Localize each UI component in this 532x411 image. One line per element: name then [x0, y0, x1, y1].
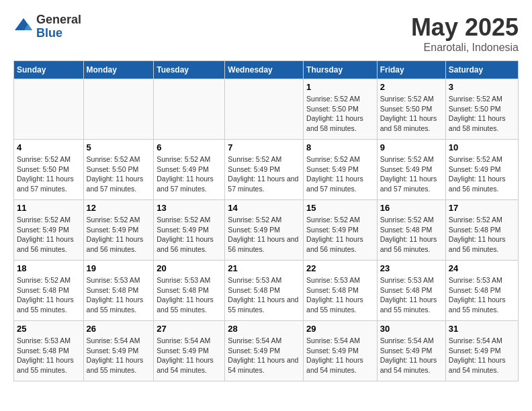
day-cell: 14Sunrise: 5:52 AM Sunset: 5:49 PM Dayli… [225, 200, 304, 261]
day-cell: 15Sunrise: 5:52 AM Sunset: 5:49 PM Dayli… [304, 200, 378, 261]
column-header-monday: Monday [83, 61, 154, 79]
day-number: 15 [306, 203, 374, 213]
day-number: 21 [228, 263, 300, 273]
day-info: Sunrise: 5:52 AM Sunset: 5:48 PM Dayligh… [380, 215, 443, 255]
day-info: Sunrise: 5:52 AM Sunset: 5:48 PM Dayligh… [17, 275, 81, 315]
day-info: Sunrise: 5:53 AM Sunset: 5:48 PM Dayligh… [157, 275, 222, 315]
day-number: 19 [87, 263, 151, 273]
day-cell: 24Sunrise: 5:53 AM Sunset: 5:48 PM Dayli… [445, 261, 518, 321]
day-info: Sunrise: 5:53 AM Sunset: 5:48 PM Dayligh… [87, 275, 151, 315]
day-info: Sunrise: 5:54 AM Sunset: 5:49 PM Dayligh… [306, 336, 374, 375]
day-number: 1 [306, 82, 374, 92]
day-cell: 26Sunrise: 5:54 AM Sunset: 5:49 PM Dayli… [83, 321, 154, 381]
day-number: 12 [87, 203, 151, 213]
day-info: Sunrise: 5:54 AM Sunset: 5:49 PM Dayligh… [87, 336, 151, 375]
day-info: Sunrise: 5:52 AM Sunset: 5:49 PM Dayligh… [87, 215, 151, 255]
day-number: 25 [17, 324, 81, 334]
day-cell: 10Sunrise: 5:52 AM Sunset: 5:49 PM Dayli… [445, 140, 518, 200]
week-row-1: 1Sunrise: 5:52 AM Sunset: 5:50 PM Daylig… [14, 79, 519, 140]
day-cell [154, 79, 225, 140]
day-info: Sunrise: 5:53 AM Sunset: 5:48 PM Dayligh… [306, 275, 374, 315]
day-number: 16 [380, 203, 443, 213]
day-info: Sunrise: 5:52 AM Sunset: 5:49 PM Dayligh… [157, 215, 222, 255]
day-cell [14, 79, 84, 140]
calendar-table: SundayMondayTuesdayWednesdayThursdayFrid… [13, 60, 519, 381]
day-info: Sunrise: 5:54 AM Sunset: 5:49 PM Dayligh… [228, 336, 300, 375]
day-cell [83, 79, 154, 140]
day-number: 14 [228, 203, 300, 213]
day-cell: 16Sunrise: 5:52 AM Sunset: 5:48 PM Dayli… [377, 200, 445, 261]
day-info: Sunrise: 5:52 AM Sunset: 5:49 PM Dayligh… [228, 154, 300, 194]
day-cell: 19Sunrise: 5:53 AM Sunset: 5:48 PM Dayli… [83, 261, 154, 321]
day-cell: 7Sunrise: 5:52 AM Sunset: 5:49 PM Daylig… [225, 140, 304, 200]
day-cell: 20Sunrise: 5:53 AM Sunset: 5:48 PM Dayli… [154, 261, 225, 321]
day-number: 4 [17, 142, 81, 152]
day-cell: 29Sunrise: 5:54 AM Sunset: 5:49 PM Dayli… [304, 321, 378, 381]
day-number: 9 [380, 142, 443, 152]
day-cell: 2Sunrise: 5:52 AM Sunset: 5:50 PM Daylig… [377, 79, 445, 140]
day-number: 22 [306, 263, 374, 273]
week-row-5: 25Sunrise: 5:53 AM Sunset: 5:48 PM Dayli… [14, 321, 519, 381]
day-cell: 8Sunrise: 5:52 AM Sunset: 5:49 PM Daylig… [304, 140, 378, 200]
day-info: Sunrise: 5:52 AM Sunset: 5:50 PM Dayligh… [380, 94, 443, 134]
day-number: 23 [380, 263, 443, 273]
day-info: Sunrise: 5:53 AM Sunset: 5:48 PM Dayligh… [380, 275, 443, 315]
day-info: Sunrise: 5:52 AM Sunset: 5:49 PM Dayligh… [306, 154, 374, 194]
day-number: 7 [228, 142, 300, 152]
day-info: Sunrise: 5:53 AM Sunset: 5:48 PM Dayligh… [449, 275, 515, 315]
day-number: 5 [87, 142, 151, 152]
subtitle: Enarotali, Indonesia [411, 42, 519, 54]
day-number: 27 [157, 324, 222, 334]
day-cell: 6Sunrise: 5:52 AM Sunset: 5:49 PM Daylig… [154, 140, 225, 200]
day-number: 17 [449, 203, 515, 213]
day-cell: 12Sunrise: 5:52 AM Sunset: 5:49 PM Dayli… [83, 200, 154, 261]
day-info: Sunrise: 5:53 AM Sunset: 5:48 PM Dayligh… [228, 275, 300, 315]
column-header-tuesday: Tuesday [154, 61, 225, 79]
day-number: 20 [157, 263, 222, 273]
logo-text: General Blue [36, 13, 81, 40]
day-number: 2 [380, 82, 443, 92]
logo: General Blue [13, 13, 81, 40]
day-cell: 3Sunrise: 5:52 AM Sunset: 5:50 PM Daylig… [445, 79, 518, 140]
day-number: 29 [306, 324, 374, 334]
logo-blue: Blue [36, 27, 81, 40]
day-info: Sunrise: 5:52 AM Sunset: 5:49 PM Dayligh… [228, 215, 300, 255]
day-number: 8 [306, 142, 374, 152]
day-info: Sunrise: 5:52 AM Sunset: 5:50 PM Dayligh… [449, 94, 515, 134]
column-header-saturday: Saturday [445, 61, 518, 79]
day-info: Sunrise: 5:54 AM Sunset: 5:49 PM Dayligh… [449, 336, 515, 375]
day-info: Sunrise: 5:52 AM Sunset: 5:49 PM Dayligh… [380, 154, 443, 194]
day-info: Sunrise: 5:52 AM Sunset: 5:49 PM Dayligh… [449, 154, 515, 194]
day-number: 13 [157, 203, 222, 213]
week-row-2: 4Sunrise: 5:52 AM Sunset: 5:50 PM Daylig… [14, 140, 519, 200]
logo-general: General [36, 13, 81, 27]
column-header-friday: Friday [377, 61, 445, 79]
main-title: May 2025 [411, 13, 519, 42]
header-row: SundayMondayTuesdayWednesdayThursdayFrid… [14, 61, 519, 79]
day-cell: 4Sunrise: 5:52 AM Sunset: 5:50 PM Daylig… [14, 140, 84, 200]
day-info: Sunrise: 5:52 AM Sunset: 5:50 PM Dayligh… [17, 154, 81, 194]
calendar-header: SundayMondayTuesdayWednesdayThursdayFrid… [14, 61, 519, 79]
day-cell: 11Sunrise: 5:52 AM Sunset: 5:49 PM Dayli… [14, 200, 84, 261]
day-cell: 17Sunrise: 5:52 AM Sunset: 5:48 PM Dayli… [445, 200, 518, 261]
day-info: Sunrise: 5:52 AM Sunset: 5:49 PM Dayligh… [157, 154, 222, 194]
logo-icon [13, 17, 34, 37]
day-number: 30 [380, 324, 443, 334]
day-cell: 31Sunrise: 5:54 AM Sunset: 5:49 PM Dayli… [445, 321, 518, 381]
day-info: Sunrise: 5:52 AM Sunset: 5:49 PM Dayligh… [306, 215, 374, 255]
title-block: May 2025 Enarotali, Indonesia [411, 13, 519, 54]
page-header: General Blue May 2025 Enarotali, Indones… [13, 13, 519, 54]
day-number: 6 [157, 142, 222, 152]
day-cell [225, 79, 304, 140]
day-cell: 21Sunrise: 5:53 AM Sunset: 5:48 PM Dayli… [225, 261, 304, 321]
day-cell: 5Sunrise: 5:52 AM Sunset: 5:50 PM Daylig… [83, 140, 154, 200]
day-number: 10 [449, 142, 515, 152]
day-cell: 30Sunrise: 5:54 AM Sunset: 5:49 PM Dayli… [377, 321, 445, 381]
day-number: 24 [449, 263, 515, 273]
day-cell: 9Sunrise: 5:52 AM Sunset: 5:49 PM Daylig… [377, 140, 445, 200]
day-number: 3 [449, 82, 515, 92]
day-info: Sunrise: 5:52 AM Sunset: 5:50 PM Dayligh… [306, 94, 374, 134]
day-number: 28 [228, 324, 300, 334]
day-cell: 25Sunrise: 5:53 AM Sunset: 5:48 PM Dayli… [14, 321, 84, 381]
day-info: Sunrise: 5:53 AM Sunset: 5:48 PM Dayligh… [17, 336, 81, 375]
